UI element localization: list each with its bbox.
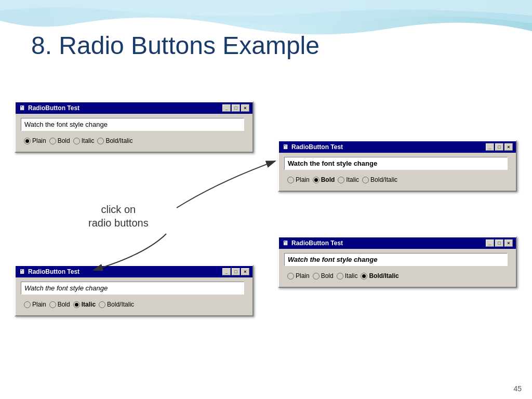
radio-italic-4[interactable]: Italic: [337, 272, 358, 280]
close-btn-4[interactable]: ×: [504, 240, 513, 247]
radio-label-plain-3: Plain: [32, 301, 46, 308]
radio-circle-plain-2[interactable]: [287, 177, 294, 183]
dialog-bolditalic: 🖥 RadioButton Test _ □ × Watch the font …: [278, 236, 517, 288]
maximize-btn-4[interactable]: □: [495, 240, 503, 247]
radio-label-bold-3: Bold: [58, 301, 70, 308]
dialog-title-2: RadioButton Test: [291, 143, 343, 151]
radio-group-3: Plain Bold Italic Bold/Italic: [21, 299, 247, 310]
radio-bolditalic-1[interactable]: Bold/Italic: [97, 137, 132, 144]
radio-bold-1[interactable]: Bold: [49, 137, 70, 144]
app-icon-3: 🖥: [19, 268, 26, 275]
maximize-btn-1[interactable]: □: [232, 104, 240, 112]
app-icon-1: 🖥: [19, 104, 26, 112]
win-controls-3[interactable]: _ □ ×: [222, 268, 249, 275]
radio-circle-plain-1[interactable]: [24, 138, 31, 144]
radio-circle-bold-3[interactable]: [49, 301, 56, 308]
close-btn-1[interactable]: ×: [241, 104, 249, 112]
radio-label-italic-2: Italic: [346, 176, 359, 183]
radio-group-4: Plain Bold Italic Bold/Italic: [284, 270, 511, 282]
titlebar-4: 🖥 RadioButton Test _ □ ×: [279, 237, 516, 249]
radio-bold-2[interactable]: Bold: [313, 176, 335, 183]
dialog-title-1: RadioButton Test: [28, 104, 79, 112]
radio-circle-bolditalic-3[interactable]: [99, 301, 105, 308]
annotation-text: click on radio buttons: [88, 203, 149, 230]
radio-label-bolditalic-4: Bold/Italic: [369, 272, 398, 280]
radio-bold-4[interactable]: Bold: [313, 272, 334, 280]
win-controls-4[interactable]: _ □ ×: [486, 240, 513, 247]
radio-label-italic-1: Italic: [82, 137, 95, 144]
radio-label-bold-4: Bold: [321, 272, 334, 280]
radio-label-plain-4: Plain: [296, 272, 310, 280]
minimize-btn-2[interactable]: _: [486, 143, 494, 151]
minimize-btn-3[interactable]: _: [222, 268, 231, 275]
radio-plain-1[interactable]: Plain: [24, 137, 46, 144]
close-btn-2[interactable]: ×: [504, 143, 513, 151]
arrows-overlay: [0, 0, 532, 399]
radio-label-bold-1: Bold: [58, 137, 70, 144]
radio-label-bolditalic-1: Bold/Italic: [105, 137, 132, 144]
text-display-4: Watch the font style change: [284, 253, 508, 266]
titlebar-1: 🖥 RadioButton Test _ □ ×: [16, 102, 252, 114]
radio-circle-italic-4[interactable]: [337, 273, 343, 280]
radio-circle-bolditalic-4[interactable]: [361, 273, 367, 280]
radio-circle-bolditalic-2[interactable]: [362, 177, 369, 183]
radio-plain-4[interactable]: Plain: [287, 272, 310, 280]
radio-italic-1[interactable]: Italic: [73, 137, 95, 144]
radio-circle-italic-2[interactable]: [338, 177, 344, 183]
dialog-italic: 🖥 RadioButton Test _ □ × Watch the font …: [15, 265, 254, 316]
radio-label-plain-1: Plain: [32, 137, 46, 144]
dialog-bold: 🖥 RadioButton Test _ □ × Watch the font …: [278, 140, 517, 192]
win-controls-2[interactable]: _ □ ×: [486, 143, 513, 151]
radio-circle-bold-4[interactable]: [313, 273, 320, 280]
radio-group-1: Plain Bold Italic Bold/Italic: [21, 135, 247, 147]
radio-circle-plain-3[interactable]: [24, 301, 31, 308]
radio-label-italic-4: Italic: [345, 272, 358, 280]
dialog-plain: 🖥 RadioButton Test _ □ × Watch the font …: [15, 101, 254, 153]
radio-circle-bold-1[interactable]: [49, 138, 56, 144]
radio-label-bolditalic-2: Bold/Italic: [370, 176, 397, 183]
minimize-btn-4[interactable]: _: [486, 240, 494, 247]
page-number: 45: [513, 384, 522, 393]
radio-bold-3[interactable]: Bold: [49, 301, 70, 308]
close-btn-3[interactable]: ×: [241, 268, 249, 275]
app-icon-2: 🖥: [282, 143, 289, 151]
titlebar-3: 🖥 RadioButton Test _ □ ×: [16, 266, 252, 277]
radio-italic-2[interactable]: Italic: [338, 176, 359, 183]
radio-label-italic-3: Italic: [82, 301, 96, 308]
win-controls-1[interactable]: _ □ ×: [222, 104, 249, 112]
radio-plain-2[interactable]: Plain: [287, 176, 310, 183]
radio-circle-bold-2[interactable]: [313, 177, 320, 183]
text-display-3: Watch the font style change: [21, 282, 244, 295]
maximize-btn-2[interactable]: □: [495, 143, 503, 151]
radio-plain-3[interactable]: Plain: [24, 301, 46, 308]
radio-circle-plain-4[interactable]: [287, 273, 294, 280]
radio-label-bold-2: Bold: [321, 176, 335, 183]
dialog-title-3: RadioButton Test: [28, 268, 79, 275]
radio-bolditalic-4[interactable]: Bold/Italic: [361, 272, 398, 280]
radio-circle-italic-3[interactable]: [73, 301, 80, 308]
app-icon-4: 🖥: [282, 240, 289, 247]
radio-group-2: Plain Bold Italic Bold/Italic: [284, 174, 511, 185]
titlebar-2: 🖥 RadioButton Test _ □ ×: [279, 141, 516, 153]
text-display-2: Watch the font style change: [284, 157, 508, 170]
radio-circle-italic-1[interactable]: [73, 138, 80, 144]
maximize-btn-3[interactable]: □: [232, 268, 240, 275]
radio-circle-bolditalic-1[interactable]: [97, 138, 104, 144]
radio-bolditalic-3[interactable]: Bold/Italic: [99, 301, 134, 308]
radio-label-plain-2: Plain: [296, 176, 310, 183]
text-display-1: Watch the font style change: [21, 118, 244, 131]
radio-label-bolditalic-3: Bold/Italic: [107, 301, 134, 308]
radio-italic-3[interactable]: Italic: [73, 301, 96, 308]
page-title: 8. Radio Buttons Example: [31, 31, 320, 60]
radio-bolditalic-2[interactable]: Bold/Italic: [362, 176, 397, 183]
minimize-btn-1[interactable]: _: [222, 104, 231, 112]
dialog-title-4: RadioButton Test: [291, 240, 343, 247]
